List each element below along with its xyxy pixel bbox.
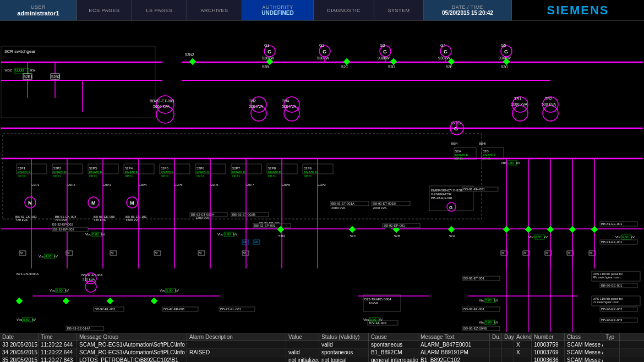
svg-text:G: G	[454, 126, 458, 131]
svg-text:32: 32	[155, 251, 158, 255]
alarm-cell: SCAM Messe Alar	[565, 349, 603, 356]
col-header-time: Time	[39, 333, 77, 341]
alarm-cell: 10003636	[532, 356, 565, 362]
scada-diagram-area[interactable]: 3CR switchgear Vbc 0,00 kV 52B1 52B2 G 9…	[0, 21, 644, 333]
logo-section: SIEMENS	[512, 0, 644, 20]
svg-text:BB-92-ET-001A: BB-92-ET-001A	[331, 202, 354, 205]
svg-text:LV switchgear room: LV switchgear room	[593, 300, 620, 304]
svg-text:BB-32-EP-001: BB-32-EP-001	[254, 224, 276, 227]
alarm-cell: not initialized	[286, 356, 319, 362]
svg-text:0,80: 0,80	[92, 233, 99, 236]
alarm-cell: ALARM B89191PM	[418, 349, 490, 356]
ecs-label: ECS PAGES	[89, 8, 120, 13]
svg-text:930kW: 930kW	[499, 56, 511, 60]
ls-label: LS PAGES	[146, 8, 173, 13]
svg-text:OP CL: OP CL	[89, 174, 97, 178]
svg-text:52B: 52B	[262, 65, 269, 69]
col-header-msggrp: Message Group	[77, 333, 187, 341]
authority-section[interactable]: AUTHORITY UNDEFINED	[242, 0, 314, 20]
svg-text:52N: 52N	[279, 234, 285, 238]
alarm-cell	[286, 341, 319, 348]
alarm-cell	[502, 349, 514, 356]
svg-text:5,80: 5,80	[485, 321, 492, 324]
svg-text:32: 32	[567, 251, 571, 255]
svg-text:B72-TRAFO B004: B72-TRAFO B004	[364, 298, 391, 301]
svg-text:Vbc: Vbc	[501, 161, 506, 164]
svg-text:E9P4: E9P4	[139, 183, 147, 187]
archives-button[interactable]: ARCHIVES	[187, 0, 242, 20]
alarm-row[interactable]: 34 20/05/201511:20:22.644SCAM_RO-ECS1\Au…	[0, 349, 644, 356]
user-section[interactable]: USER administrator1	[0, 0, 77, 20]
svg-text:500 kVA: 500 kVA	[542, 102, 556, 106]
alarm-cell	[514, 356, 532, 362]
ecs-pages-button[interactable]: ECS PAGES	[77, 0, 132, 20]
svg-text:Vbc: Vbc	[160, 289, 165, 292]
svg-text:M: M	[91, 200, 96, 206]
alarm-cell	[187, 356, 286, 362]
diagnostic-button[interactable]: DIAGNOSTIC	[314, 0, 374, 20]
svg-text:930kW: 930kW	[438, 56, 450, 60]
svg-text:0,80: 0,80	[622, 235, 629, 239]
svg-text:BB4I: BB4I	[479, 142, 486, 145]
ls-pages-button[interactable]: LS PAGES	[132, 0, 187, 20]
svg-text:52P2: 52P2	[53, 167, 62, 170]
svg-text:2000 kVA: 2000 kVA	[331, 206, 346, 210]
svg-text:52A: 52A	[455, 150, 461, 153]
svg-text:ENABLE: ENABLE	[161, 171, 174, 174]
svg-text:M: M	[130, 200, 134, 206]
svg-text:BB-72-EL-001: BB-72-EL-001	[220, 308, 242, 311]
svg-text:52P8: 52P8	[268, 167, 276, 170]
svg-text:G5: G5	[501, 43, 506, 47]
svg-text:G3: G3	[380, 43, 385, 47]
svg-text:Vbc: Vbc	[39, 255, 44, 258]
archives-label: ARCHIVES	[200, 8, 228, 13]
svg-text:E9P3: E9P3	[103, 183, 111, 187]
col-header-value: Value	[286, 333, 319, 341]
svg-text:BB-47-EP-001: BB-47-EP-001	[163, 308, 185, 311]
svg-text:BB-90-EE-003: BB-90-EE-003	[601, 319, 623, 322]
alarm-row[interactable]: 35 20/05/201511:20:27.843LOTOS_PETROBALT…	[0, 356, 644, 362]
svg-text:930kW: 930kW	[317, 56, 329, 60]
alarm-cell: SCAM Messe Alar	[565, 341, 603, 348]
scada-svg: 3CR switchgear Vbc 0,00 kV 52B1 52B2 G 9…	[0, 21, 644, 333]
svg-text:BB-93-EZ-014A: BB-93-EZ-014A	[67, 327, 90, 330]
alarm-row[interactable]: 33 20/05/201511:20:22.644SCAM_RO-ECS1\Au…	[0, 341, 644, 349]
datetime-label: DATE / TIME	[452, 4, 484, 10]
alarm-rows-container: 33 20/05/201511:20:22.644SCAM_RO-ECS1\Au…	[0, 341, 644, 362]
svg-text:OP CL: OP CL	[53, 174, 62, 178]
svg-text:E9P6: E9P6	[210, 183, 219, 187]
svg-text:B71-EN-3000A: B71-EN-3000A	[17, 272, 39, 276]
svg-text:BB-91-EH-001: BB-91-EH-001	[463, 188, 485, 191]
system-button[interactable]: SYSTEM	[374, 0, 424, 20]
svg-text:1200 kVA: 1200 kVA	[195, 216, 210, 220]
svg-text:32: 32	[243, 251, 246, 255]
col-header-class: Class	[565, 333, 603, 341]
alarm-cell: spontaneous	[369, 341, 418, 348]
svg-text:52P4: 52P4	[125, 167, 133, 170]
svg-text:5,80: 5,80	[370, 318, 376, 321]
alarm-cell	[490, 349, 502, 356]
alarm-cell: 11:20:22.644	[39, 341, 77, 348]
col-header-day: Day	[502, 333, 514, 341]
alarm-cell: general interrogation	[369, 356, 418, 362]
alarm-cell	[490, 356, 502, 362]
svg-text:G: G	[504, 49, 508, 54]
col-header-du: Du.	[490, 333, 502, 341]
svg-text:5000 kVA: 5000 kVA	[153, 105, 170, 108]
user-value: administrator1	[17, 10, 59, 17]
svg-text:52A: 52A	[449, 234, 455, 238]
svg-text:500 kVA: 500 kVA	[282, 105, 296, 108]
alarm-cell	[603, 349, 620, 356]
col-header-date: Date	[0, 333, 39, 341]
alarm-cell: ALARM_B847E0001	[418, 341, 490, 348]
svg-text:EMERGENCY DIESEL: EMERGENCY DIESEL	[431, 189, 465, 192]
svg-text:315 kVA: 315 kVA	[83, 278, 95, 281]
svg-text:1200 kVA: 1200 kVA	[125, 218, 140, 222]
alarm-cell: LOTOS_PETROBALTIC\B892EC102\B1	[77, 356, 187, 362]
svg-text:32: 32	[523, 251, 527, 255]
alarm-cell: not topical	[319, 356, 369, 362]
svg-text:OP CL: OP CL	[304, 174, 312, 178]
svg-text:ENABLE: ENABLE	[89, 171, 102, 174]
col-header-status: Status (Validity)	[319, 333, 369, 341]
svg-text:Vbc: Vbc	[85, 233, 91, 236]
